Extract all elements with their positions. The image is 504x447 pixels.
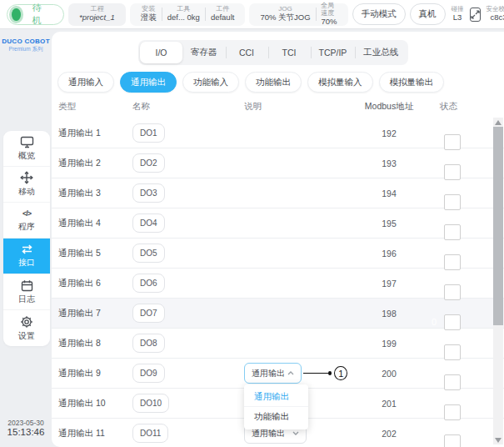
table-row: 通用输出 5 DO5 196 0 <box>52 239 504 269</box>
sidebar-menu: 概览 移动 </> 程序 接口 日志 <box>3 131 50 346</box>
modbus-address: 202 <box>347 429 431 439</box>
subtab-analog-output[interactable]: 模拟量输出 <box>379 72 445 93</box>
table-header: 类型 名称 说明 Modbus地址 状态 <box>52 95 504 118</box>
top-status-bar: 待机 工程 *project_1 安装 澄装 工具 def... 0kg 工件 … <box>0 0 504 29</box>
jog-info[interactable]: JOG 70% 关节JOG <box>255 6 315 22</box>
table-row: 通用输出 6 DO6 197 0 <box>52 269 504 299</box>
code-icon: </> <box>22 208 31 219</box>
tab-io[interactable]: I/O <box>140 42 182 63</box>
name-chip[interactable]: DO1 <box>132 123 165 143</box>
scroll-down-arrow[interactable] <box>493 435 503 444</box>
name-chip[interactable]: DO7 <box>132 304 165 323</box>
col-name: 名称 <box>132 101 244 113</box>
annotation-circled-1: 1 <box>334 366 347 380</box>
subtab-function-output[interactable]: 功能输出 <box>245 72 302 93</box>
annotation-dot <box>328 371 332 375</box>
robot-status-pill[interactable]: 待机 <box>7 4 64 25</box>
modbus-address: 193 <box>347 158 431 168</box>
name-chip[interactable]: DO4 <box>132 213 165 233</box>
status-dot-icon <box>12 8 21 21</box>
subtab-general-output[interactable]: 通用输出 <box>120 72 177 93</box>
name-chip[interactable]: DO8 <box>132 334 165 353</box>
current-time: 15:13:46 <box>0 427 52 439</box>
swap-icon <box>20 244 34 255</box>
table-row: 通用输出 2 DO2 193 0 <box>52 148 504 178</box>
type-select-open[interactable]: 通用输出 <box>244 363 302 384</box>
tab-register[interactable]: 寄存器 <box>182 42 226 63</box>
safety-checksum[interactable]: 安全校验 c8c3 <box>485 6 504 23</box>
sidebar-item-program[interactable]: </> 程序 <box>3 203 50 239</box>
modbus-address: 201 <box>347 399 431 409</box>
sidebar-item-log[interactable]: 日志 <box>3 274 50 310</box>
sidebar-item-settings[interactable]: 设置 <box>3 310 50 346</box>
chevron-down-icon <box>292 431 299 435</box>
name-chip[interactable]: DO9 <box>132 364 165 383</box>
jog-speed-box: JOG 70% 关节JOG 全局速度 70% <box>249 3 347 26</box>
name-chip[interactable]: DO11 <box>132 424 168 443</box>
table-row: 通用输出 3 DO3 194 0 <box>52 178 504 208</box>
name-chip[interactable]: DO2 <box>132 153 165 173</box>
logo-title: DUCO COBOT <box>0 38 52 46</box>
tab-tci[interactable]: TCI <box>268 42 311 63</box>
manual-mode-button[interactable]: 手动模式 <box>352 3 406 25</box>
tab-tcpip[interactable]: TCP/IP <box>311 42 356 63</box>
modbus-address: 200 <box>347 369 431 379</box>
sidebar: DUCO COBOT Premium 系列 概览 移动 </> 程序 接口 <box>0 29 52 447</box>
app-logo: DUCO COBOT Premium 系列 <box>0 38 52 53</box>
real-machine-button[interactable]: 真机 <box>410 3 446 25</box>
sidebar-item-move[interactable]: 移动 <box>3 167 50 203</box>
logo-subtitle: Premium 系列 <box>0 46 52 53</box>
io-subtabs: 通用输入 通用输出 功能输入 功能输出 模拟量输入 模拟量输出 <box>57 72 444 93</box>
name-chip[interactable]: DO5 <box>132 244 165 263</box>
robot-status-label: 待机 <box>32 2 45 27</box>
global-speed-info[interactable]: 全局速度 70% <box>316 3 342 26</box>
modbus-address: 196 <box>347 249 431 259</box>
subtab-analog-input[interactable]: 模拟量输入 <box>307 72 373 93</box>
scrollbar-thumb[interactable] <box>493 127 503 325</box>
scroll-up-arrow[interactable] <box>493 118 503 127</box>
sidebar-item-interface[interactable]: 接口 <box>3 239 50 274</box>
modbus-address: 194 <box>347 188 431 198</box>
modbus-address: 199 <box>347 339 431 349</box>
project-box[interactable]: 工程 *project_1 <box>68 3 126 26</box>
gear-icon <box>20 315 33 329</box>
col-modbus: Modbus地址 <box>347 101 431 113</box>
col-state: 状态 <box>431 101 504 113</box>
move-icon <box>20 171 33 184</box>
current-date: 2023-05-30 <box>0 419 52 427</box>
modbus-address: 195 <box>347 218 431 229</box>
col-type: 类型 <box>58 101 132 113</box>
project-name: *project_1 <box>79 13 115 22</box>
calendar-icon <box>21 279 33 292</box>
type-dropdown-menu: 通用输出 功能输出 <box>244 384 308 429</box>
monitor-icon <box>20 136 34 148</box>
mount-info[interactable]: 安装 澄装 <box>136 6 162 22</box>
tab-fieldbus[interactable]: 工业总线 <box>355 42 407 63</box>
name-chip[interactable]: DO3 <box>132 183 165 203</box>
name-chip[interactable]: DO6 <box>132 274 165 293</box>
modbus-address: 192 <box>347 128 431 138</box>
io-tabbar: I/O 寄存器 CCI TCI TCP/IP 工业总线 <box>138 40 408 65</box>
modbus-address: 197 <box>347 279 431 289</box>
dropdown-option-function-output[interactable]: 功能输出 <box>244 407 308 427</box>
scrollbar[interactable] <box>493 118 503 444</box>
modbus-address: 198 <box>347 309 431 319</box>
collision-level[interactable]: 碰撞 L3 <box>450 6 466 23</box>
subtab-function-input[interactable]: 功能输入 <box>182 72 239 93</box>
table-row: 通用输出 1 DO1 192 0 <box>52 118 504 148</box>
tool-info[interactable]: 工具 def... 0kg <box>162 6 205 22</box>
subtab-general-input[interactable]: 通用输入 <box>57 72 114 93</box>
name-chip[interactable]: DO10 <box>132 394 169 413</box>
main-panel: I/O 寄存器 CCI TCI TCP/IP 工业总线 通用输入 通用输出 功能… <box>52 32 504 447</box>
chevron-up-icon <box>287 371 294 375</box>
tab-cci[interactable]: CCI <box>226 42 268 63</box>
col-desc: 说明 <box>244 101 347 113</box>
table-row: 通用输出 4 DO4 195 0 <box>52 208 504 239</box>
annotation-line <box>303 373 329 374</box>
table-row: 通用输出 8 DO8 199 0 <box>52 329 504 359</box>
sidebar-item-overview[interactable]: 概览 <box>3 131 50 167</box>
setup-box: 安装 澄装 工具 def... 0kg 工件 default <box>130 3 246 26</box>
fullscreen-icon[interactable] <box>470 8 481 22</box>
dropdown-option-general-output[interactable]: 通用输出 <box>244 387 308 407</box>
workpiece-info[interactable]: 工件 default <box>206 6 240 22</box>
